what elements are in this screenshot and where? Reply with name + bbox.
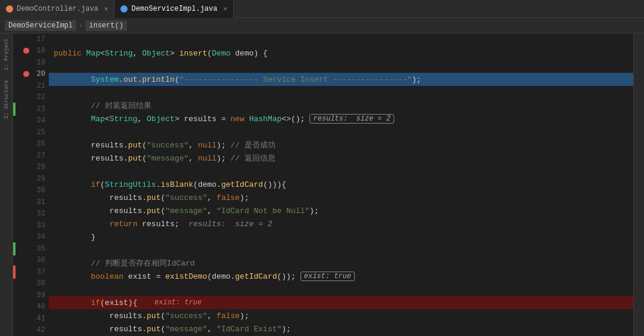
code-line-34: // 判断是否存在相同IdCard (49, 257, 633, 270)
breadcrumb-bar: DemoServiceImpl › insert() (0, 18, 644, 33)
gutter: 17 18 19 20 (13, 33, 49, 336)
gutter-line-34: 34 (13, 232, 49, 243)
line-num-33: 33 (32, 221, 45, 230)
line-num-36: 36 (32, 256, 45, 264)
line-num-19: 19 (32, 58, 45, 67)
right-structure-panel (633, 33, 644, 336)
line-num-39: 39 (32, 291, 45, 300)
gutter-icon-27 (22, 152, 30, 160)
gutter-line-42: 42 (13, 325, 49, 337)
gutter-line-24: 24 (13, 115, 49, 127)
gutter-icon-18 (22, 47, 30, 55)
line-num-29: 29 (32, 175, 45, 183)
editor-container: 17 18 19 20 (13, 33, 633, 336)
code-line-33 (49, 243, 633, 257)
tab-democontroller[interactable]: DemoController.java ✕ (0, 0, 114, 18)
line-num-28: 28 (32, 163, 45, 171)
gutter-line-17: 17 (13, 33, 49, 45)
gutter-icon-42 (22, 326, 30, 334)
gutter-icon-35 (22, 245, 30, 253)
sidebar-project[interactable]: 1: Project (2, 36, 11, 73)
code-line-28: if(StringUtils.isBlank(demo.getIdCard())… (49, 178, 633, 191)
gutter-line-38: 38 (13, 278, 49, 290)
gutter-icon-37 (22, 268, 30, 276)
line-num-40: 40 (32, 303, 45, 311)
gutter-icon-36 (22, 256, 30, 264)
code-line-23: Map<String, Object> results = new HashMa… (49, 112, 633, 125)
gutter-icon-40 (22, 303, 30, 311)
gutter-line-19: 19 (13, 57, 49, 69)
code-line-20: System.out.println("---------------- Ser… (49, 73, 633, 86)
code-line-39: results.put("message", "IdCard Exist"); (49, 322, 633, 335)
line-num-32: 32 (32, 209, 45, 218)
gutter-line-39: 39 (13, 289, 49, 301)
code-line-18: public Map<String, Object> insert(Demo d… (49, 47, 633, 60)
tab-icon-orange (6, 5, 13, 13)
line-num-25: 25 (32, 128, 45, 137)
line-num-20: 20 (32, 70, 45, 78)
code-area[interactable]: public Map<String, Object> insert(Demo d… (49, 33, 633, 336)
line-num-38: 38 (32, 279, 45, 288)
code-line-26: results.put("message", null); // 返回信息 (49, 152, 633, 165)
gutter-icon-39 (22, 291, 30, 300)
line-num-17: 17 (32, 35, 45, 44)
code-line-32: } (49, 230, 633, 243)
line-num-30: 30 (32, 186, 45, 195)
gutter-icon-23 (22, 105, 30, 113)
tab-demoserviceimpl-close[interactable]: ✕ (223, 5, 227, 13)
line-num-26: 26 (32, 140, 45, 148)
code-line-36 (49, 283, 633, 296)
line-num-41: 41 (32, 315, 45, 323)
line-num-42: 42 (32, 326, 45, 334)
line-num-31: 31 (32, 198, 45, 206)
line-num-22: 22 (32, 93, 45, 101)
code-line-29: results.put("success", false); (49, 191, 633, 204)
greenbar-35 (13, 242, 16, 255)
gutter-icon-17 (22, 35, 30, 44)
gutter-icon-20 (22, 70, 30, 78)
gutter-line-25: 25 (13, 127, 49, 138)
gutter-line-41: 41 (13, 313, 49, 325)
gutter-line-27: 27 (13, 150, 49, 162)
code-line-38: results.put("success", false); (49, 309, 633, 322)
breadcrumb-class[interactable]: DemoServiceImpl (5, 20, 76, 31)
gutter-line-20: 20 (13, 69, 49, 81)
hint-results-size: results: size = 2 (309, 114, 394, 124)
code-line-37: if(exist){ exist: true (49, 296, 633, 309)
gutter-icon-25 (22, 128, 30, 137)
line-num-21: 21 (32, 82, 45, 90)
gutter-icon-26 (22, 140, 30, 148)
gutter-line-22: 22 (13, 92, 49, 104)
gutter-icon-29 (22, 175, 30, 183)
line-num-35: 35 (32, 245, 45, 253)
code-line-25: results.put("success", null); // 是否成功 (49, 138, 633, 152)
gutter-line-33: 33 (13, 220, 49, 232)
tab-icon-blue (120, 5, 128, 13)
tab-democontroller-close[interactable]: ✕ (104, 5, 109, 13)
hint-exist-true: exist: true (301, 272, 355, 281)
code-line-35: boolean exist = existDemo(demo.getIdCard… (49, 270, 633, 283)
gutter-icon-32 (22, 209, 30, 218)
breakpoint-20[interactable] (23, 71, 29, 77)
breadcrumb-sep: › (79, 21, 83, 30)
line-num-18: 18 (32, 47, 45, 55)
gutter-line-28: 28 (13, 162, 49, 174)
breadcrumb-method[interactable]: insert() (85, 20, 127, 31)
tab-demoserviceimpl-label: DemoServiceImpl.java (131, 5, 217, 13)
gutter-icon-31 (22, 198, 30, 206)
gutter-icon-21 (22, 82, 30, 90)
gutter-icon-33 (22, 221, 30, 230)
left-sidebar: 1: Project Z: Structure (0, 33, 13, 336)
code-line-24 (49, 125, 633, 138)
main-area: 1: Project Z: Structure 17 18 19 (0, 33, 644, 336)
breakpoint-18[interactable] (23, 48, 29, 54)
gutter-line-29: 29 (13, 173, 49, 185)
tab-demoserviceimpl[interactable]: DemoServiceImpl.java ✕ (114, 0, 234, 18)
greenbar-23 (13, 103, 16, 116)
gutter-line-21: 21 (13, 80, 49, 92)
redbar-37 (13, 266, 16, 279)
sidebar-structure[interactable]: Z: Structure (2, 78, 11, 121)
tab-democontroller-label: DemoController.java (17, 5, 98, 13)
gutter-icon-19 (22, 58, 30, 67)
gutter-icon-22 (22, 93, 30, 101)
